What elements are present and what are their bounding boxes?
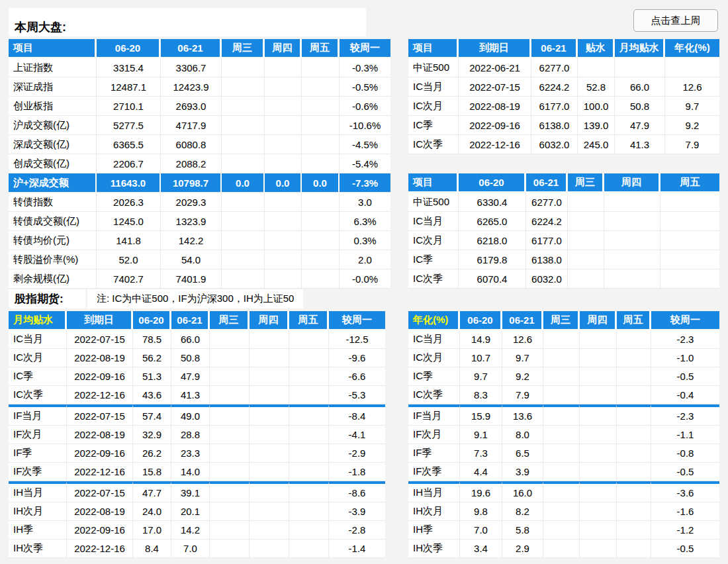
cell-value: 16.0 (502, 481, 543, 502)
cell-value: 12423.9 (161, 77, 222, 97)
row-label: 中证500 (408, 193, 459, 212)
row-label: 转债指数 (9, 193, 97, 212)
cell-value (580, 330, 617, 349)
column-header: 较周一 (329, 311, 385, 330)
row-label: IC当月 (9, 330, 67, 349)
cell-value (302, 212, 340, 231)
cell-value (578, 58, 615, 77)
row-label: IH次月 (408, 502, 460, 521)
cell-value: 6224.2 (531, 77, 578, 97)
table-row: IF季7.36.5-0.8 (408, 444, 719, 463)
cell-value: 66.0 (171, 330, 210, 349)
table-row: IC次月2022-08-196177.0100.050.89.7 (408, 97, 719, 116)
cell-value: 3306.7 (161, 58, 222, 77)
cell-value (302, 135, 340, 154)
cell-value: 12.6 (665, 77, 719, 97)
cell-value: 0.0 (302, 173, 340, 193)
table-row: IC当月6265.06224.2 (408, 212, 719, 231)
cell-value (222, 58, 265, 77)
column-header: 06-21 (502, 311, 543, 330)
cell-value (289, 463, 329, 481)
cell-value (222, 97, 265, 116)
table-row: IC季9.79.2-0.5 (408, 367, 719, 386)
table-row: 转债指数2026.32029.33.0 (9, 193, 390, 212)
cell-value (604, 250, 660, 269)
column-header: 06-21 (531, 39, 578, 58)
cell-value: 1323.9 (161, 212, 222, 231)
cell-value (250, 386, 289, 404)
cell-value: -1.8 (329, 463, 385, 481)
cell-value: 57.4 (133, 404, 171, 426)
cell-value: 2022-09-16 (67, 521, 133, 540)
cell-value: 4.4 (460, 463, 502, 481)
cell-value: 2693.0 (161, 97, 222, 116)
cell-value (660, 269, 719, 289)
cell-value (615, 58, 665, 77)
table-row: 深证成指12487.112423.9-0.5% (9, 77, 390, 97)
cell-value (617, 367, 651, 386)
cell-value: 142.2 (161, 231, 222, 250)
table-row: IF当月2022-07-1557.449.0-8.4 (9, 404, 385, 426)
cell-value: 6265.0 (459, 212, 526, 231)
cell-value (250, 444, 289, 463)
cell-value (617, 481, 651, 502)
cell-value: -0.5% (340, 77, 390, 97)
cell-value: 9.7 (502, 349, 543, 367)
cell-value (302, 154, 340, 173)
cell-value (580, 481, 617, 502)
cell-value: -5.4% (340, 154, 390, 173)
cell-value (543, 481, 580, 502)
cell-value (660, 212, 719, 231)
view-last-week-button[interactable]: 点击查上周 (633, 9, 718, 32)
column-header: 到期日 (459, 39, 531, 58)
row-label: IF次季 (9, 463, 67, 481)
monthly-basis-table: 月均贴水到期日06-2006-21周三周四周五较周一IC当月2022-07-15… (9, 311, 385, 558)
cell-value (568, 231, 604, 250)
table-row: IF次季4.43.9-0.5 (408, 463, 719, 481)
cell-value (302, 269, 340, 289)
cell-value (289, 502, 329, 521)
table-row: IF季2022-09-1626.223.3-2.9 (9, 444, 385, 463)
cell-value: -1.4 (329, 540, 385, 558)
row-label: 创业板指 (9, 97, 97, 116)
cell-value (250, 367, 289, 386)
cell-value: 8.4 (133, 540, 171, 558)
table-row: 沪+深成交额11643.010798.70.00.00.0-7.3% (9, 173, 390, 193)
cell-value: 52.0 (97, 250, 161, 269)
cell-value (580, 426, 617, 444)
row-label: 创成交额(亿) (9, 154, 97, 173)
column-header: 周四 (250, 311, 289, 330)
row-label: 中证500 (408, 58, 459, 77)
row-label: IH当月 (9, 481, 67, 502)
cell-value (265, 269, 302, 289)
table-row: IC次季2022-12-1643.641.3-5.3 (9, 386, 385, 404)
row-label: IC当月 (408, 212, 459, 231)
cell-value (543, 404, 580, 426)
table-row: IC次季2022-12-166032.0245.041.37.9 (408, 135, 719, 154)
cell-value: 6224.2 (526, 212, 568, 231)
column-header: 周四 (580, 311, 617, 330)
cell-value (250, 481, 289, 502)
cell-value: 2022-07-15 (67, 404, 133, 426)
cell-value (250, 540, 289, 558)
cell-value (580, 502, 617, 521)
column-header: 06-20 (133, 311, 171, 330)
cell-value: 2.0 (340, 250, 390, 269)
table-row: IH季2022-09-1617.014.2-2.8 (9, 521, 385, 540)
table-row: 中证5002022-06-216277.0 (408, 58, 719, 77)
cell-value (250, 426, 289, 444)
cell-value (250, 330, 289, 349)
cell-value (210, 367, 250, 386)
row-label: IF当月 (408, 404, 460, 426)
cell-value: 6218.0 (459, 231, 526, 250)
row-label: IF次季 (408, 463, 460, 481)
cell-value (543, 540, 580, 558)
cell-value (543, 349, 580, 367)
cell-value: -3.9 (329, 502, 385, 521)
table-row: 剩余规模(亿)7402.77401.9-0.0% (9, 269, 390, 289)
row-label: 沪成交额(亿) (9, 116, 97, 135)
cell-value: 2029.3 (161, 193, 222, 212)
cell-value: 26.2 (133, 444, 171, 463)
cell-value: -5.3 (329, 386, 385, 404)
cell-value: 11643.0 (97, 173, 161, 193)
